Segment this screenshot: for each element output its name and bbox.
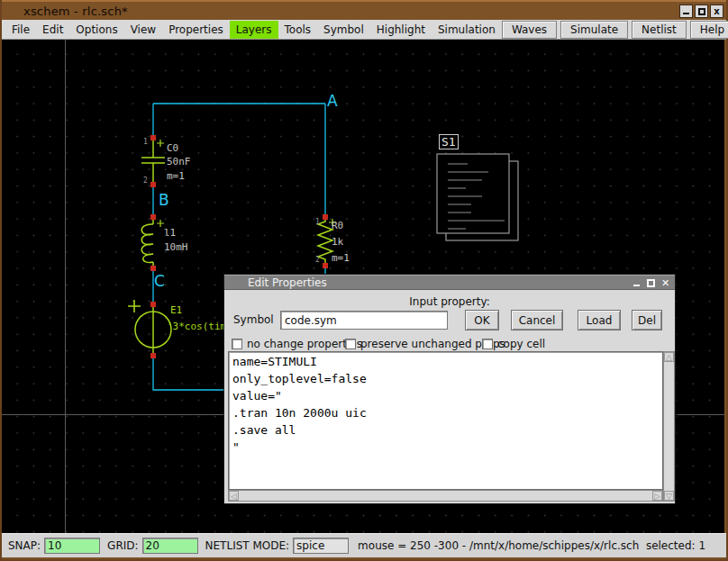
inductor-value[interactable]: 10mH (164, 241, 188, 253)
dialog-close-icon: ✕ (661, 277, 669, 289)
capacitor-value[interactable]: 50nF (167, 156, 191, 167)
menu-file[interactable]: File (5, 21, 36, 39)
netlist-button[interactable]: Netlist (632, 21, 687, 39)
net-label-c[interactable]: C (154, 272, 165, 290)
waves-button[interactable]: Waves (502, 21, 557, 39)
dialog-minimize-button[interactable] (631, 277, 642, 289)
grid-input[interactable] (142, 538, 198, 554)
window-controls: x (679, 5, 723, 18)
minimize-icon (683, 8, 689, 14)
code-block-label[interactable]: S1 (439, 134, 459, 149)
resistor-name[interactable]: R0 (332, 220, 343, 231)
capacitor-plus-mark (157, 140, 164, 147)
help-button[interactable]: Help (690, 21, 728, 39)
scroll-up-arrow-icon[interactable]: △ (664, 352, 674, 362)
capacitor-pin2-number: 2 (143, 176, 148, 185)
horizontal-scrollbar[interactable]: ◁ ▷ (228, 490, 663, 502)
ok-button[interactable]: OK (465, 310, 499, 330)
code-block-symbol[interactable] (437, 154, 518, 240)
no-change-properties-checkbox[interactable] (232, 339, 242, 349)
dialog-window-controls: ✕ (631, 277, 671, 289)
simulate-button[interactable]: Simulate (560, 21, 628, 39)
source-symbol[interactable] (128, 300, 171, 356)
inductor-symbol[interactable] (141, 217, 164, 268)
symbol-label: Symbol (233, 313, 274, 326)
menu-properties[interactable]: Properties (162, 21, 230, 39)
copy-cell-checkbox[interactable] (482, 339, 493, 349)
close-icon: x (714, 7, 719, 16)
snap-input[interactable] (44, 538, 100, 554)
menu-highlight[interactable]: Highlight (370, 21, 432, 39)
vertical-scrollbar[interactable]: △ ▽ (663, 351, 675, 502)
dialog-close-button[interactable]: ✕ (660, 277, 671, 289)
menu-symbol[interactable]: Symbol (317, 21, 370, 39)
menu-edit[interactable]: Edit (36, 21, 69, 39)
dialog-subtitle: Input property: (224, 290, 675, 310)
property-text: name=STIMULI only_toplevel=false value="… (229, 352, 662, 457)
menu-tools[interactable]: Tools (278, 21, 318, 39)
inductor-plus-mark (157, 220, 164, 227)
scroll-left-arrow-icon[interactable]: ◁ (229, 491, 239, 501)
schematic-canvas[interactable]: A B C C0 50nF m=1 1 2 l1 10mH E1 '3*cos(… (2, 40, 724, 533)
dialog-symbol-row: Symbol OK Cancel Load Del (224, 310, 675, 333)
dialog-titlebar[interactable]: Edit Properties ✕ (224, 275, 675, 290)
net-label-b[interactable]: B (159, 191, 169, 209)
menubar: File Edit Options View Properties Layers… (2, 20, 726, 40)
dialog-title: Edit Properties (224, 276, 327, 289)
source-plus-mark (128, 300, 141, 312)
dialog-maximize-button[interactable] (645, 277, 657, 289)
resistor-pin1-number: 1 (315, 218, 320, 226)
mouse-status-text: mouse = 250 -300 - /mnt/x/home/schippes/… (358, 539, 705, 552)
snap-label: SNAP: (8, 539, 41, 552)
resistor-mult[interactable]: m=1 (332, 252, 350, 264)
source-name[interactable]: E1 (170, 304, 182, 316)
menu-options[interactable]: Options (69, 21, 123, 39)
resistor-value[interactable]: 1k (332, 236, 343, 248)
statusbar: SNAP: GRID: NETLIST MODE: mouse = 250 -3… (2, 533, 726, 557)
del-button[interactable]: Del (632, 310, 662, 330)
cancel-button[interactable]: Cancel (511, 310, 563, 330)
menu-view[interactable]: View (124, 21, 162, 39)
menu-layers[interactable]: Layers (230, 21, 278, 39)
capacitor-name[interactable]: C0 (167, 142, 178, 154)
scroll-down-arrow-icon[interactable]: ▽ (664, 491, 674, 501)
inductor-name[interactable]: l1 (164, 227, 176, 239)
capacitor-mult[interactable]: m=1 (167, 170, 185, 182)
dialog-minimize-icon (633, 280, 640, 286)
load-button[interactable]: Load (578, 310, 621, 330)
net-label-a[interactable]: A (327, 92, 338, 110)
window-title: xschem - rlc.sch* (2, 5, 128, 18)
maximize-icon (698, 8, 705, 15)
resistor-pin2-number: 2 (315, 256, 320, 264)
capacitor-pin1-number: 1 (143, 138, 148, 146)
netlist-mode-label: NETLIST MODE: (205, 539, 290, 552)
grid-label: GRID: (107, 539, 138, 552)
scroll-right-arrow-icon[interactable]: ▷ (652, 491, 662, 501)
xschem-window: xschem - rlc.sch* x File Edit Options Vi… (0, 0, 728, 561)
maximize-button[interactable] (695, 5, 708, 18)
dialog-maximize-icon (647, 279, 655, 287)
copy-cell-label: copy cell (497, 338, 545, 350)
minimize-button[interactable] (679, 5, 693, 18)
netlist-mode-input[interactable] (293, 538, 349, 554)
property-text-area[interactable]: name=STIMULI only_toplevel=false value="… (228, 351, 663, 490)
titlebar: xschem - rlc.sch* x (2, 0, 726, 20)
symbol-input[interactable] (280, 311, 448, 330)
edit-properties-dialog: Edit Properties ✕ Input property: Symbol… (223, 274, 676, 504)
menu-simulation[interactable]: Simulation (432, 21, 502, 39)
preserve-unchanged-props-checkbox[interactable] (345, 339, 356, 349)
close-button[interactable]: x (710, 5, 723, 18)
